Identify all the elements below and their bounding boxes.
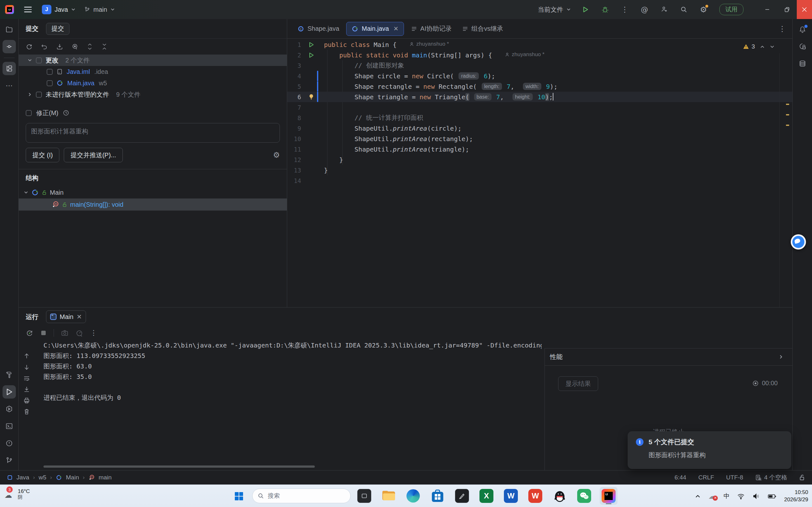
changes-checkbox[interactable] — [36, 57, 42, 63]
structure-toolwindow-button[interactable] — [3, 62, 16, 75]
refresh-icon[interactable] — [26, 43, 33, 50]
code-line[interactable]: 9 ShapeUtil.printArea(circle); — [287, 123, 792, 133]
debug-button[interactable] — [600, 4, 610, 14]
version-control-toolwindow-button[interactable] — [3, 454, 16, 467]
branch-selector[interactable]: main — [84, 6, 114, 13]
breadcrumb-item[interactable]: w5 — [39, 474, 46, 481]
code-line[interactable]: 10 ShapeUtil.printArea(rectangle); — [287, 133, 792, 144]
services-toolwindow-button[interactable] — [3, 402, 16, 416]
commit-tab[interactable]: 提交 — [46, 23, 69, 35]
start-button[interactable] — [233, 490, 245, 502]
shelf-icon[interactable] — [71, 43, 79, 50]
code-line[interactable]: 5 Shape rectangle = new Rectangle( lengt… — [287, 81, 792, 92]
app-microsoft-store[interactable] — [429, 487, 447, 505]
line-number[interactable]: 14 — [287, 177, 306, 184]
more-actions-button[interactable]: ⋮ — [620, 4, 630, 14]
tab-ai-notes[interactable]: AI协助记录 — [406, 19, 457, 39]
collapse-all-icon[interactable] — [101, 43, 108, 50]
project-selector[interactable]: J Java — [42, 5, 75, 14]
database-toolwindow-button[interactable] — [796, 57, 809, 70]
floating-assistant-button[interactable] — [791, 234, 806, 249]
line-number[interactable]: 1 — [287, 41, 306, 48]
trial-badge-button[interactable]: 试用 — [719, 4, 744, 15]
build-toolwindow-button[interactable] — [3, 368, 16, 382]
line-number[interactable]: 12 — [287, 156, 306, 163]
writable-lock-icon[interactable] — [799, 474, 805, 481]
main-menu-button[interactable] — [22, 5, 34, 14]
code-line[interactable]: 4 Shape circle = new Circle( radius: 6); — [287, 71, 792, 81]
console-output[interactable]: C:\Users\朱彦硕\.jdks\openjdk-25.0.2\bin\ja… — [44, 341, 542, 466]
tab-shape-java[interactable]: C Shape.java — [292, 19, 344, 39]
app-dark-tool[interactable] — [453, 487, 471, 505]
up-stacktrace-icon[interactable] — [23, 352, 30, 359]
run-button[interactable] — [580, 4, 591, 14]
app-intellij-idea[interactable]: IJ — [600, 487, 617, 505]
code-line[interactable]: 14 — [287, 175, 792, 186]
code-line[interactable]: 11 ShapeUtil.printArea(triangle); — [287, 144, 792, 155]
code-line[interactable]: 3 // 创建图形对象 — [287, 60, 792, 71]
soft-wrap-icon[interactable] — [23, 375, 30, 382]
profiler-button[interactable] — [75, 329, 83, 337]
line-number[interactable]: 2 — [287, 52, 306, 59]
ime-indicator[interactable]: 中 — [723, 492, 729, 500]
volume-icon[interactable] — [752, 493, 760, 500]
code-with-me-button[interactable] — [659, 4, 669, 14]
close-tab-icon[interactable]: ✕ — [394, 25, 399, 32]
apply-patch-icon[interactable] — [56, 43, 63, 50]
rollback-icon[interactable] — [41, 43, 48, 50]
clear-console-icon[interactable] — [23, 408, 30, 415]
line-number[interactable]: 6 — [287, 94, 306, 101]
chevron-right-icon[interactable] — [779, 354, 783, 359]
app-edge[interactable] — [404, 487, 422, 505]
app-excel[interactable]: X — [477, 487, 495, 505]
breadcrumb-item[interactable]: Java — [16, 474, 29, 481]
unversioned-group-row[interactable]: 未进行版本管理的文件 9 个文件 — [19, 89, 287, 100]
indent-setting[interactable]: 4 个空格 — [755, 473, 787, 482]
line-number[interactable]: 4 — [287, 73, 306, 79]
rerun-button[interactable] — [26, 329, 33, 337]
line-number[interactable]: 11 — [287, 146, 306, 153]
line-number[interactable]: 5 — [287, 83, 306, 90]
tab-composition-vs-inheritance[interactable]: 组合vs继承 — [457, 19, 508, 39]
inspections-widget[interactable]: 3 — [743, 43, 774, 50]
more-options-icon[interactable]: ⋮ — [90, 329, 97, 336]
run-gutter-icon[interactable] — [308, 52, 314, 58]
app-file-explorer[interactable] — [380, 487, 398, 505]
run-toolwindow-button[interactable] — [3, 385, 16, 399]
app-word[interactable]: W — [502, 487, 520, 505]
commit-notification[interactable]: i 5 个文件已提交 图形面积计算器重构 — [628, 431, 792, 469]
settings-button[interactable]: ⚙ — [698, 4, 709, 14]
close-run-tab-icon[interactable]: ✕ — [77, 313, 82, 321]
line-number[interactable]: 13 — [287, 167, 306, 174]
file-checkbox[interactable] — [47, 80, 53, 86]
commit-button[interactable]: 提交 (I) — [26, 148, 59, 162]
app-wps[interactable]: W — [526, 487, 544, 505]
breadcrumb[interactable]: Java › w5 › Main › m main — [7, 474, 112, 481]
ai-assistant-button[interactable]: @ — [640, 4, 650, 14]
line-number[interactable]: 8 — [287, 114, 306, 121]
app-wechat[interactable] — [575, 487, 593, 505]
breadcrumb-item[interactable]: main — [99, 474, 112, 481]
down-stacktrace-icon[interactable] — [23, 364, 30, 371]
weather-widget[interactable]: 3 ☁ 16°C 阴 — [4, 487, 30, 501]
breadcrumb-item[interactable]: Main — [66, 474, 79, 481]
ai-assistant-toolwindow-button[interactable] — [796, 40, 809, 53]
stop-button[interactable] — [40, 330, 47, 336]
memory-snapshot-button[interactable] — [61, 329, 68, 337]
line-number[interactable]: 9 — [287, 125, 306, 132]
app-dark-window[interactable] — [355, 487, 373, 505]
warning-stripe-mark[interactable] — [786, 114, 789, 115]
file-encoding[interactable]: UTF-8 — [726, 474, 743, 481]
close-button[interactable] — [797, 0, 812, 19]
print-icon[interactable] — [23, 397, 30, 404]
commit-toolwindow-button[interactable] — [3, 40, 16, 53]
taskbar-clock[interactable]: 10:50 2026/3/29 — [784, 489, 808, 503]
code-line[interactable]: 2 public static void main(String[] args)… — [287, 50, 792, 60]
tab-options-icon[interactable]: ⋮ — [778, 24, 786, 33]
changed-file-row[interactable]: Main.java w5 — [19, 77, 287, 89]
commit-message-input[interactable]: 图形面积计算器重构 — [26, 123, 280, 143]
structure-method-row[interactable]: m main(String[]): void — [19, 199, 287, 211]
wifi-icon[interactable] — [737, 493, 745, 500]
terminal-toolwindow-button[interactable] — [3, 419, 16, 433]
problems-toolwindow-button[interactable] — [3, 437, 16, 450]
